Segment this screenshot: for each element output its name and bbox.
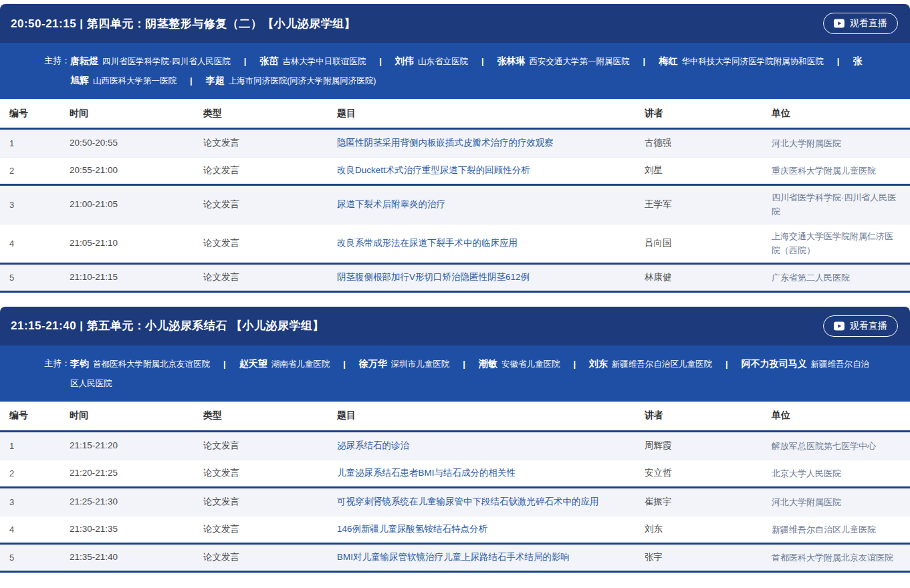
cell-time: 21:20-21:25 — [60, 466, 194, 480]
cell-type: 论文发言 — [194, 550, 328, 565]
watch-live-label: 观看直播 — [850, 17, 887, 29]
cell-speaker: 安立哲 — [635, 466, 762, 480]
cell-title[interactable]: 儿童泌尿系结石患者BMI与结石成分的相关性 — [328, 466, 635, 480]
session-title: 20:50-21:15 | 第四单元：阴茎整形与修复（二）【小儿泌尿学组】 — [11, 16, 356, 31]
header-col-org: 单位 — [762, 410, 910, 422]
cell-title[interactable]: 146例新疆儿童尿酸氢铵结石特点分析 — [328, 522, 635, 537]
host-separator: | — [190, 76, 193, 86]
cell-org: 河北大学附属医院 — [762, 136, 910, 150]
host-name: 李超 — [206, 75, 225, 86]
cell-number: 3 — [0, 198, 60, 212]
host-name: 李钧 — [70, 358, 89, 369]
header-col-type: 类型 — [194, 108, 328, 120]
cell-number: 2 — [0, 164, 60, 178]
host-separator: | — [463, 359, 465, 369]
cell-type: 论文发言 — [194, 466, 328, 480]
hosts-bar: 主持： 李钧首都医科大学附属北京友谊医院|赵夭望湖南省儿童医院|徐万华深圳市儿童… — [0, 345, 910, 402]
header-col-org: 单位 — [762, 108, 910, 120]
host-name: 徐万华 — [359, 358, 387, 369]
watch-live-label: 观看直播 — [850, 320, 887, 332]
table-row: 321:25-21:30论文发言可视穿刺肾镜系统在儿童输尿管中下段结石钬激光碎石… — [0, 488, 910, 517]
host-org: 西安交通大学第一附属医院 — [530, 57, 630, 66]
hosts-list: 李钧首都医科大学附属北京友谊医院|赵夭望湖南省儿童医院|徐万华深圳市儿童医院|潮… — [70, 354, 870, 393]
table-row: 421:05-21:10论文发言改良系带成形法在尿道下裂手术中的临床应用吕向国上… — [0, 225, 910, 265]
host-name: 阿不力孜司马义 — [742, 358, 807, 369]
table-header-row: 编号时间类型题目讲者单位 — [0, 402, 910, 432]
host-org: 湖南省儿童医院 — [271, 359, 330, 369]
session-card: 21:15-21:40 | 第五单元：小儿泌尿系结石 【小儿泌尿学组】 观看直播… — [0, 307, 910, 573]
conference-program-page: 20:50-21:15 | 第四单元：阴茎整形与修复（二）【小儿泌尿学组】 观看… — [0, 0, 910, 573]
hosts-list: 唐耘煜四川省医学科学院·四川省人民医院|张茁吉林大学中日联谊医院|刘伟山东省立医… — [70, 51, 870, 90]
cell-time: 21:30-21:35 — [60, 522, 194, 537]
cell-speaker: 刘东 — [635, 522, 762, 537]
session-title-bar: 21:15-21:40 | 第五单元：小儿泌尿系结石 【小儿泌尿学组】 观看直播 — [0, 307, 910, 345]
cell-org: 解放军总医院第七医学中心 — [762, 439, 910, 453]
hosts-label: 主持： — [44, 51, 70, 69]
table-row: 120:50-20:55论文发言隐匿性阴茎采用背侧内板嵌插式皮瓣术治疗的疗效观察… — [0, 130, 910, 158]
host-org: 华中科技大学同济医学院附属协和医院 — [681, 57, 824, 66]
cell-title[interactable]: BMI对儿童输尿管软镜治疗儿童上尿路结石手术结局的影响 — [328, 550, 635, 565]
cell-time: 20:50-20:55 — [60, 136, 194, 150]
header-col-time: 时间 — [60, 108, 194, 120]
header-col-no: 编号 — [0, 108, 60, 120]
host-separator: | — [343, 359, 346, 369]
table-body: 121:15-21:20论文发言泌尿系结石的诊治周辉霞解放军总医院第七医学中心2… — [0, 432, 910, 573]
host-separator: | — [223, 359, 226, 369]
host-separator: | — [379, 56, 382, 66]
cell-time: 21:15-21:20 — [60, 438, 194, 453]
header-col-speaker: 讲者 — [635, 108, 762, 120]
cell-org: 广东省第二人民医院 — [762, 271, 910, 285]
cell-number: 4 — [0, 237, 60, 251]
header-col-title: 题目 — [328, 108, 635, 120]
cell-title[interactable]: 改良系带成形法在尿道下裂手术中的临床应用 — [328, 236, 635, 251]
table-row: 521:35-21:40论文发言BMI对儿童输尿管软镜治疗儿童上尿路结石手术结局… — [0, 545, 910, 573]
table-row: 221:20-21:25论文发言儿童泌尿系结石患者BMI与结石成分的相关性安立哲… — [0, 460, 910, 488]
table-row: 321:00-21:05论文发言尿道下裂术后附睾炎的治疗王学军四川省医学科学院·… — [0, 186, 910, 225]
cell-org: 上海交通大学医学院附属仁济医院（西院） — [762, 229, 910, 258]
sessions-container: 20:50-21:15 | 第四单元：阴茎整形与修复（二）【小儿泌尿学组】 观看… — [0, 4, 910, 573]
watch-live-button[interactable]: 观看直播 — [823, 13, 898, 34]
watch-live-button[interactable]: 观看直播 — [823, 315, 898, 337]
cell-title[interactable]: 改良Duckett术式治疗重型尿道下裂的回顾性分析 — [328, 163, 635, 178]
cell-title[interactable]: 尿道下裂术后附睾炎的治疗 — [328, 197, 635, 212]
host-name: 张茁 — [259, 55, 278, 66]
header-col-time: 时间 — [60, 410, 194, 422]
host-org: 深圳市儿童医院 — [391, 359, 450, 369]
host-name: 赵夭望 — [239, 358, 267, 369]
hosts-label: 主持： — [44, 354, 70, 372]
table-header-row: 编号时间类型题目讲者单位 — [0, 99, 910, 130]
cell-time: 21:10-21:15 — [60, 270, 194, 285]
cell-title[interactable]: 阴茎腹侧根部加行V形切口矫治隐匿性阴茎612例 — [328, 270, 635, 285]
cell-number: 4 — [0, 523, 60, 537]
cell-time: 21:00-21:05 — [60, 197, 194, 212]
host-separator: | — [837, 56, 840, 66]
host-org: 上海市同济医院(同济大学附属同济医院) — [229, 76, 376, 86]
header-col-speaker: 讲者 — [635, 410, 762, 422]
cell-title[interactable]: 泌尿系结石的诊治 — [328, 438, 635, 453]
header-col-type: 类型 — [194, 410, 328, 422]
table-row: 521:10-21:15论文发言阴茎腹侧根部加行V形切口矫治隐匿性阴茎612例林… — [0, 265, 910, 293]
cell-speaker: 王学军 — [635, 197, 762, 212]
cell-title[interactable]: 可视穿刺肾镜系统在儿童输尿管中下段结石钬激光碎石术中的应用 — [328, 494, 635, 509]
table-row: 121:15-21:20论文发言泌尿系结石的诊治周辉霞解放军总医院第七医学中心 — [0, 432, 910, 460]
hosts-bar: 主持： 唐耘煜四川省医学科学院·四川省人民医院|张茁吉林大学中日联谊医院|刘伟山… — [0, 43, 910, 99]
cell-org: 新疆维吾尔自治区儿童医院 — [762, 523, 910, 537]
cell-title[interactable]: 隐匿性阴茎采用背侧内板嵌插式皮瓣术治疗的疗效观察 — [328, 136, 635, 150]
cell-type: 论文发言 — [194, 236, 328, 251]
live-video-icon — [834, 321, 845, 331]
host-org: 四川省医学科学院·四川省人民医院 — [102, 57, 231, 66]
table-row: 421:30-21:35论文发言146例新疆儿童尿酸氢铵结石特点分析刘东新疆维吾… — [0, 517, 910, 545]
cell-type: 论文发言 — [194, 270, 328, 285]
cell-speaker: 周辉霞 — [635, 438, 762, 453]
cell-time: 21:05-21:10 — [60, 236, 194, 251]
host-org: 吉林大学中日联谊医院 — [282, 57, 366, 66]
cell-org: 重庆医科大学附属儿童医院 — [762, 164, 910, 178]
cell-org: 四川省医学科学院·四川省人民医院 — [762, 190, 910, 219]
host-org: 安徽省儿童医院 — [501, 359, 560, 369]
host-name: 梅红 — [659, 55, 677, 66]
host-org: 首都医科大学附属北京友谊医院 — [93, 359, 210, 369]
cell-number: 3 — [0, 495, 60, 509]
host-separator: | — [244, 56, 247, 66]
live-video-icon — [834, 19, 845, 28]
session-title: 21:15-21:40 | 第五单元：小儿泌尿系结石 【小儿泌尿学组】 — [11, 318, 324, 333]
